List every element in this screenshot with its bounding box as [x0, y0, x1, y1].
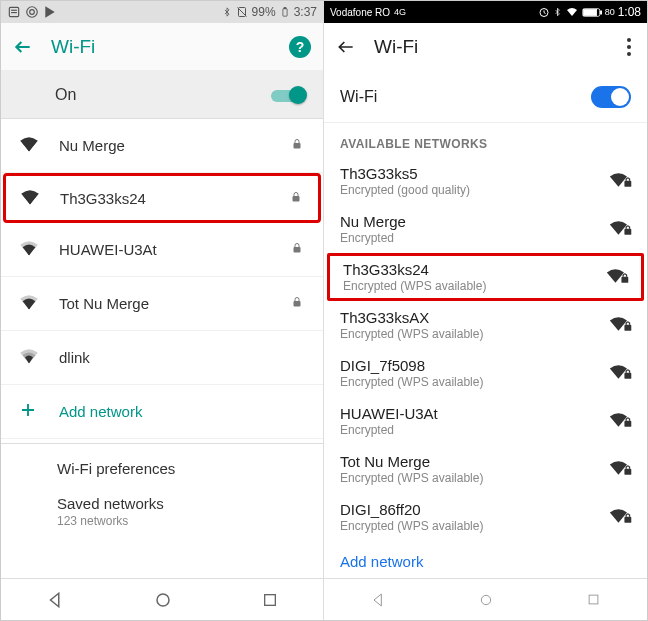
svg-rect-12	[294, 301, 301, 307]
network-name: DIGI_86ff20	[340, 501, 597, 518]
network-status: Encrypted (WPS available)	[340, 471, 597, 485]
network-name: dlink	[59, 349, 305, 366]
chrome-icon	[25, 5, 39, 19]
network-name: HUAWEI-U3At	[59, 241, 271, 258]
wifi-signal-lock-icon	[609, 363, 631, 384]
svg-point-3	[27, 7, 38, 18]
nav-bar	[324, 578, 647, 620]
available-networks-header: AVAILABLE NETWORKS	[324, 123, 647, 157]
network-name: DIGI_7f5098	[340, 357, 597, 374]
wifi-label: Wi-Fi	[340, 88, 377, 106]
svg-rect-8	[284, 7, 286, 8]
network-status: Encrypted	[340, 231, 597, 245]
svg-rect-9	[294, 143, 301, 149]
on-label: On	[55, 86, 76, 104]
battery-pct-inline: 80	[605, 7, 615, 17]
plus-icon	[19, 401, 39, 422]
svg-rect-10	[293, 196, 300, 202]
svg-rect-18	[583, 9, 596, 15]
add-network-row[interactable]: Add network	[1, 385, 323, 439]
back-icon[interactable]	[336, 37, 356, 57]
wifi-master-row: Wi-Fi	[324, 71, 647, 123]
app-bar: Wi-Fi	[324, 23, 647, 71]
play-icon	[43, 5, 57, 19]
svg-rect-26	[624, 516, 631, 522]
network-status: Encrypted	[340, 423, 597, 437]
network-type: 4G	[394, 7, 406, 17]
alarm-icon	[538, 6, 550, 18]
svg-rect-19	[624, 180, 631, 186]
svg-rect-23	[624, 372, 631, 378]
network-name: Th3G33ks5	[340, 165, 597, 182]
network-row[interactable]: HUAWEI-U3At Encrypted	[324, 397, 647, 445]
notification-icon	[7, 5, 21, 19]
nav-bar	[1, 578, 323, 620]
svg-rect-24	[624, 420, 631, 426]
network-row[interactable]: Th3G33ks5 Encrypted (good quality)	[324, 157, 647, 205]
clock: 1:08	[618, 5, 641, 19]
network-status: Encrypted (WPS available)	[343, 279, 594, 293]
wifi-signal-icon	[19, 348, 39, 367]
lock-icon	[291, 295, 305, 312]
network-row[interactable]: dlink	[1, 331, 323, 385]
svg-rect-21	[621, 276, 628, 282]
phone-android8: 99% 3:37 Wi-Fi ? On Nu Merge Th3G33ks24	[1, 1, 324, 620]
wifi-signal-icon	[19, 240, 39, 259]
network-name: Tot Nu Merge	[340, 453, 597, 470]
network-name: Nu Merge	[340, 213, 597, 230]
svg-rect-14	[265, 594, 276, 605]
overflow-menu-icon[interactable]	[623, 34, 635, 60]
saved-networks[interactable]: Saved networks	[1, 483, 323, 514]
network-row[interactable]: Tot Nu Merge Encrypted (WPS available)	[324, 445, 647, 493]
network-row[interactable]: Th3G33ksAX Encrypted (WPS available)	[324, 301, 647, 349]
svg-point-27	[481, 595, 490, 604]
battery-icon	[582, 7, 602, 18]
nav-home-icon[interactable]	[154, 591, 172, 609]
help-icon[interactable]: ?	[289, 36, 311, 58]
app-bar: Wi-Fi ?	[1, 23, 323, 71]
wifi-signal-lock-icon	[609, 507, 631, 528]
network-list: Th3G33ks5 Encrypted (good quality) Nu Me…	[324, 157, 647, 578]
network-name: Tot Nu Merge	[59, 295, 271, 312]
add-network-link[interactable]: Add network	[324, 541, 647, 578]
wifi-signal-icon	[20, 189, 40, 208]
network-row[interactable]: Nu Merge	[1, 119, 323, 173]
network-row[interactable]: HUAWEI-U3At	[1, 223, 323, 277]
page-title: Wi-Fi	[51, 36, 95, 58]
wifi-toggle[interactable]	[271, 85, 305, 105]
network-row[interactable]: Th3G33ks24	[3, 173, 321, 223]
network-row[interactable]: Nu Merge Encrypted	[324, 205, 647, 253]
wifi-toggle[interactable]	[591, 86, 631, 108]
wifi-preferences[interactable]: Wi-Fi preferences	[1, 444, 323, 483]
bluetooth-icon	[222, 5, 232, 19]
svg-rect-20	[624, 228, 631, 234]
network-status: Encrypted (WPS available)	[340, 375, 597, 389]
back-icon[interactable]	[13, 37, 33, 57]
network-name: Th3G33ks24	[60, 190, 270, 207]
battery-pct: 99%	[252, 5, 276, 19]
status-bar: Vodafone RO 4G 80 1:08	[324, 1, 647, 23]
wifi-signal-lock-icon	[609, 411, 631, 432]
network-status: Encrypted (WPS available)	[340, 519, 597, 533]
lock-icon	[291, 137, 305, 154]
nav-back-icon[interactable]	[370, 592, 386, 608]
network-row[interactable]: Tot Nu Merge	[1, 277, 323, 331]
nav-recent-icon[interactable]	[262, 592, 278, 608]
nav-home-icon[interactable]	[478, 592, 494, 608]
wifi-on-row: On	[1, 71, 323, 119]
network-row[interactable]: Th3G33ks24 Encrypted (WPS available)	[327, 253, 644, 301]
wifi-icon	[565, 6, 579, 18]
lock-icon	[290, 190, 304, 207]
svg-rect-22	[624, 324, 631, 330]
wifi-signal-lock-icon	[609, 459, 631, 480]
battery-icon	[280, 5, 290, 19]
no-sim-icon	[236, 5, 248, 19]
network-row[interactable]: DIGI_7f5098 Encrypted (WPS available)	[324, 349, 647, 397]
network-row[interactable]: DIGI_86ff20 Encrypted (WPS available)	[324, 493, 647, 541]
add-network-label: Add network	[59, 403, 305, 420]
nav-recent-icon[interactable]	[586, 592, 601, 607]
wifi-signal-lock-icon	[609, 171, 631, 192]
nav-back-icon[interactable]	[46, 591, 64, 609]
svg-rect-2	[11, 12, 17, 13]
page-title: Wi-Fi	[374, 36, 418, 58]
